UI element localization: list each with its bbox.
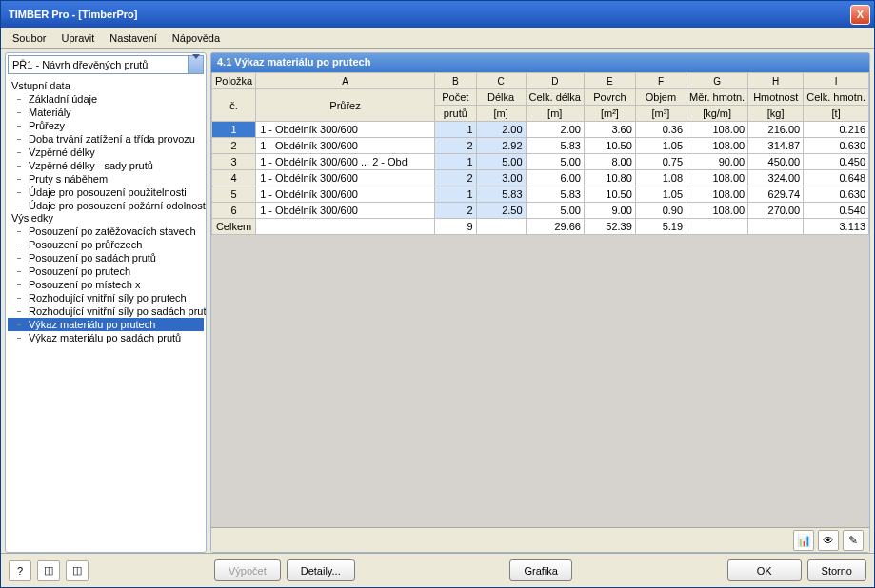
cell-total-mass[interactable]: 0.630 [804, 186, 869, 203]
help-icon[interactable]: ? [9, 560, 31, 581]
cell-count[interactable]: 1 [434, 122, 476, 138]
cell-total-length[interactable]: 2.00 [526, 122, 584, 138]
cell-volume[interactable]: 0.75 [635, 154, 686, 170]
cell-section[interactable]: 1 - Obdélník 300/600 [256, 138, 435, 154]
row-number[interactable]: 3 [212, 154, 256, 170]
tree-item[interactable]: Výkaz materiálu po prutech [8, 318, 204, 331]
cell-unit-mass[interactable]: 108.00 [686, 138, 748, 154]
cell-total-length[interactable]: 5.00 [526, 154, 584, 170]
tree-item[interactable]: Posouzení po místech x [8, 278, 204, 291]
row-number[interactable]: 2 [212, 138, 256, 154]
cell-surface[interactable]: 3.60 [584, 122, 635, 138]
cell-total-mass[interactable]: 0.648 [804, 170, 869, 186]
tree-item[interactable]: Průřezy [8, 119, 204, 132]
cell-section[interactable]: 1 - Obdélník 300/600 [256, 203, 435, 219]
chart-icon[interactable]: 📊 [793, 530, 814, 551]
cell-unit-mass[interactable]: 108.00 [686, 122, 748, 138]
cell-count[interactable]: 1 [434, 186, 476, 203]
row-number[interactable]: 4 [212, 170, 256, 186]
tree-item[interactable]: Posouzení po zatěžovacích stavech [8, 225, 204, 238]
cell-unit-mass[interactable]: 108.00 [686, 186, 748, 203]
table-row[interactable]: 61 - Obdélník 300/60022.505.009.000.9010… [212, 203, 869, 219]
cell-mass[interactable]: 629.74 [748, 186, 804, 203]
cell-total-length[interactable]: 5.00 [526, 203, 584, 219]
cell-count[interactable]: 1 [434, 154, 476, 170]
tree-item[interactable]: Rozhodující vnitřní síly po sadách prutů [8, 304, 204, 318]
cell-count[interactable]: 2 [434, 203, 476, 219]
ok-button[interactable]: OK [727, 559, 802, 581]
row-number[interactable]: 5 [212, 186, 256, 203]
grid-scroll-area[interactable]: Položka A B C D E F G H I č. [211, 72, 869, 527]
menu-soubor[interactable]: Soubor [5, 30, 53, 46]
bookmark-prev-icon[interactable]: ◫ [37, 560, 60, 581]
cell-section[interactable]: 1 - Obdélník 300/600 ... 2 - Obd [256, 154, 435, 170]
cell-volume[interactable]: 1.05 [635, 186, 686, 203]
table-row[interactable]: 21 - Obdélník 300/60022.925.8310.501.051… [212, 138, 869, 154]
table-row[interactable]: 31 - Obdélník 300/600 ... 2 - Obd15.005.… [212, 154, 869, 170]
cell-total-mass[interactable]: 0.630 [804, 138, 869, 154]
bookmark-next-icon[interactable]: ◫ [66, 560, 89, 581]
cell-mass[interactable]: 450.00 [748, 154, 804, 170]
tree-item[interactable]: Materiály [8, 106, 204, 119]
cell-total-mass[interactable]: 0.216 [804, 122, 869, 138]
cell-mass[interactable]: 270.00 [748, 203, 804, 219]
cell-length[interactable]: 5.83 [476, 186, 526, 203]
close-button[interactable]: X [850, 5, 870, 25]
eye-icon[interactable]: 👁 [818, 530, 839, 551]
tree-item[interactable]: Rozhodující vnitřní síly po prutech [8, 291, 204, 304]
cell-unit-mass[interactable]: 90.00 [686, 154, 748, 170]
cell-length[interactable]: 5.00 [476, 154, 526, 170]
tree-group-results[interactable]: Výsledky [8, 212, 204, 224]
menu-nastaveni[interactable]: Nastavení [102, 30, 165, 46]
cell-total-mass[interactable]: 0.540 [804, 203, 869, 219]
cell-section[interactable]: 1 - Obdélník 300/600 [256, 122, 435, 138]
cell-total-mass[interactable]: 0.450 [804, 154, 869, 170]
cell-section[interactable]: 1 - Obdélník 300/600 [256, 170, 435, 186]
row-number[interactable]: 1 [212, 122, 256, 138]
cell-section[interactable]: 1 - Obdélník 300/600 [256, 186, 435, 203]
tree-item[interactable]: Posouzení po sadách prutů [8, 251, 204, 265]
tree-item[interactable]: Údaje pro posouzení požární odolnosti [8, 199, 204, 212]
cell-length[interactable]: 3.00 [476, 170, 526, 186]
cell-total-length[interactable]: 6.00 [526, 170, 584, 186]
cell-count[interactable]: 2 [434, 170, 476, 186]
cell-volume[interactable]: 0.36 [635, 122, 686, 138]
tree-item[interactable]: Pruty s náběhem [8, 172, 204, 186]
table-row[interactable]: 11 - Obdélník 300/60012.002.003.600.3610… [212, 122, 869, 138]
details-button[interactable]: Detaily... [287, 559, 355, 581]
table-row[interactable]: 41 - Obdélník 300/60023.006.0010.801.081… [212, 170, 869, 186]
row-number[interactable]: 6 [212, 203, 256, 219]
cell-volume[interactable]: 1.08 [635, 170, 686, 186]
graphics-button[interactable]: Grafika [509, 559, 571, 581]
cell-volume[interactable]: 1.05 [635, 138, 686, 154]
cell-surface[interactable]: 9.00 [584, 203, 635, 219]
cell-surface[interactable]: 10.50 [584, 138, 635, 154]
cell-unit-mass[interactable]: 108.00 [686, 203, 748, 219]
cell-surface[interactable]: 10.50 [584, 186, 635, 203]
cell-mass[interactable]: 324.00 [748, 170, 804, 186]
cell-count[interactable]: 2 [434, 138, 476, 154]
module-combo[interactable]: PŘ1 - Návrh dřevěných prutů [8, 55, 204, 74]
cell-mass[interactable]: 314.87 [748, 138, 804, 154]
cancel-button[interactable]: Storno [807, 559, 866, 581]
tree-item[interactable]: Doba trvání zatížení a třída provozu [8, 132, 204, 146]
cell-surface[interactable]: 10.80 [584, 170, 635, 186]
tree-group-input[interactable]: Vstupní data [8, 80, 204, 91]
cell-total-length[interactable]: 5.83 [526, 138, 584, 154]
table-row[interactable]: 51 - Obdélník 300/60015.835.8310.501.051… [212, 186, 869, 203]
tree-item[interactable]: Základní údaje [8, 92, 204, 106]
cell-unit-mass[interactable]: 108.00 [686, 170, 748, 186]
cell-length[interactable]: 2.00 [476, 122, 526, 138]
cell-length[interactable]: 2.50 [476, 203, 526, 219]
calc-button[interactable]: Výpočet [214, 559, 281, 581]
cell-surface[interactable]: 8.00 [584, 154, 635, 170]
cell-volume[interactable]: 0.90 [635, 203, 686, 219]
cell-mass[interactable]: 216.00 [748, 122, 804, 138]
tree-item[interactable]: Posouzení po prutech [8, 265, 204, 278]
pick-icon[interactable]: ✎ [843, 530, 864, 551]
cell-length[interactable]: 2.92 [476, 138, 526, 154]
menu-upravit[interactable]: Upravit [53, 30, 102, 46]
tree-item[interactable]: Vzpěrné délky - sady prutů [8, 159, 204, 172]
cell-total-length[interactable]: 5.83 [526, 186, 584, 203]
tree-item[interactable]: Výkaz materiálu po sadách prutů [8, 331, 204, 344]
